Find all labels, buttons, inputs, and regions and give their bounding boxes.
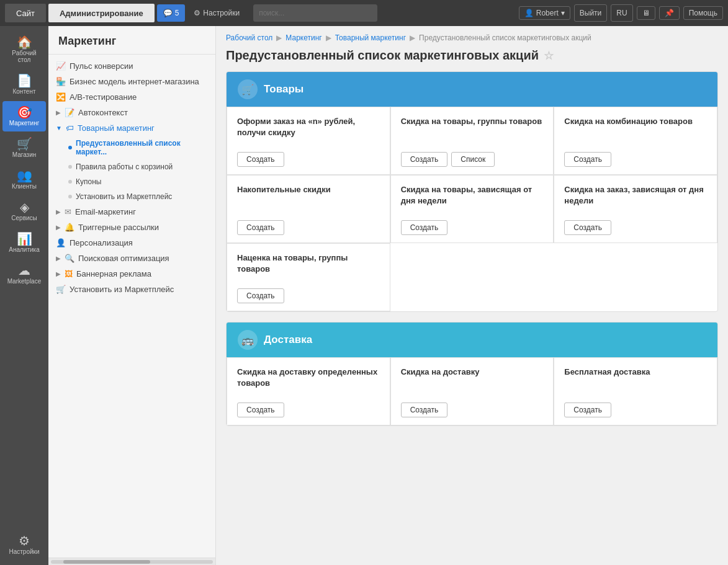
sub-bullet-install1 — [68, 195, 72, 198]
nav-label-pulse: Пульс конверсии — [70, 61, 133, 71]
pulse-icon: 📈 — [56, 61, 66, 71]
triggers-icon: 🔔 — [65, 223, 74, 232]
nav-sub-item-preset[interactable]: Предустановленный список маркет... — [66, 136, 215, 159]
nav-sub-item-install1[interactable]: Установить из Маркетплейс — [66, 189, 215, 204]
create-button-1-2[interactable]: Создать — [564, 403, 611, 417]
search-box — [253, 4, 377, 22]
sidebar-item-marketplace[interactable]: ☁ Marketplace — [2, 259, 46, 290]
nav-sub-label-install1: Установить из Маркетплейс — [76, 192, 172, 201]
logout-button[interactable]: Выйти — [574, 4, 608, 22]
sidebar-item-dashboard[interactable]: 🏠 Рабочий стол — [2, 31, 46, 68]
card-title-1-1: Скидка на доставку — [401, 367, 544, 378]
site-button[interactable]: Сайт — [5, 4, 46, 22]
card-free-delivery: Бесплатная доставка Создать — [554, 357, 717, 425]
scrollbar-thumb — [63, 560, 150, 564]
create-button-1-1[interactable]: Создать — [401, 403, 448, 417]
nav-item-seo[interactable]: ▶ 🔍 Поисковая оптимизация — [48, 251, 215, 266]
section-title-tovary: Товары — [264, 83, 303, 96]
nav-item-install2[interactable]: 🛒 Установить из Маркетплейс — [48, 282, 215, 297]
nav-sub-item-cart[interactable]: Правила работы с корзиной — [66, 159, 215, 174]
user-icon: 👤 — [524, 9, 534, 17]
display-icon[interactable]: 🖥 — [637, 6, 655, 20]
services-icon: ◈ — [20, 201, 29, 213]
card-title-0-0: Оформи заказ на «n» рублей, получи скидк… — [237, 116, 380, 138]
section-title-dostavka: Доставка — [264, 334, 312, 346]
breadcrumb-prodmarketing[interactable]: Товарный маркетинг — [335, 33, 406, 42]
settings-button[interactable]: ⚙ Настройки — [187, 4, 246, 22]
settings-icon: ⚙ — [19, 535, 30, 547]
notif-icon: 💬 — [163, 9, 173, 17]
favorite-star-icon[interactable]: ☆ — [544, 49, 554, 63]
seo-icon: 🔍 — [65, 254, 74, 263]
nav-item-banner[interactable]: ▶ 🖼 Баннерная реклама — [48, 266, 215, 282]
sidebar-item-analytics[interactable]: 📊 Аналитика — [2, 228, 46, 258]
card-product-discount: Скидка на товары, группы товаров Создать… — [390, 107, 554, 175]
user-menu[interactable]: 👤 Robert ▾ — [519, 6, 570, 20]
nav-submenu-prodmarketing: Предустановленный список маркет... Прави… — [48, 136, 215, 204]
settings-label: Настройки — [203, 9, 240, 17]
shop-icon: 🛒 — [17, 138, 32, 150]
sidebar-item-services[interactable]: ◈ Сервисы — [2, 196, 46, 226]
card-buttons-1-2: Создать — [564, 403, 707, 417]
nav-label-autocontext: Автоконтекст — [78, 108, 128, 117]
create-button-0-2[interactable]: Создать — [564, 152, 611, 167]
arrow-down-icon: ▼ — [56, 125, 62, 131]
content-icon: 📄 — [17, 74, 32, 87]
cards-grid-tovary: Оформи заказ на «n» рублей, получи скидк… — [227, 107, 717, 311]
nav-label-triggers: Триггерные рассылки — [78, 223, 159, 232]
sidebar-item-settings[interactable]: ⚙ Настройки — [2, 530, 46, 560]
nav-sub-item-coupons[interactable]: Купоны — [66, 174, 215, 189]
breadcrumb-marketing[interactable]: Маркетинг — [285, 33, 321, 42]
nav-item-bizmodel[interactable]: 🏪 Бизнес модель интернет-магазина — [48, 74, 215, 89]
tovary-header-icon: 🛒 — [238, 79, 258, 99]
email-icon: ✉ — [65, 207, 71, 216]
nav-scrollbar[interactable] — [48, 558, 215, 565]
nav-item-emailmarketing[interactable]: ▶ ✉ Email-маркетинг — [48, 204, 215, 220]
nav-item-prodmarketing[interactable]: ▼ 🏷 Товарный маркетинг — [48, 120, 215, 136]
notifications-button[interactable]: 💬 5 — [157, 4, 186, 22]
sub-bullet-cart — [68, 165, 72, 169]
install2-icon: 🛒 — [56, 285, 66, 294]
create-button-0-0[interactable]: Создать — [237, 152, 284, 167]
card-title-1-0: Скидка на доставку определенных товаров — [237, 367, 380, 389]
top-bar-right: 👤 Robert ▾ Выйти RU 🖥 📌 Помощь — [519, 4, 723, 22]
nav-title: Маркетинг — [48, 26, 215, 55]
card-markup: Наценка на товары, группы товаров Создат… — [227, 243, 390, 311]
create-button-0-6[interactable]: Создать — [237, 288, 284, 303]
create-button-0-1[interactable]: Создать — [401, 152, 448, 167]
nav-item-ab[interactable]: 🔀 А/В-тестирование — [48, 89, 215, 105]
sidebar-item-marketing[interactable]: 🎯 Маркетинг — [2, 101, 46, 131]
sidebar-label-analytics: Аналитика — [9, 246, 40, 253]
card-title-0-5: Скидка на заказ, зависящая от дня недели — [564, 184, 707, 207]
nav-label-banner: Баннерная реклама — [76, 269, 151, 278]
arrow-right-icon2: ▶ — [56, 208, 61, 215]
lang-selector[interactable]: RU — [611, 4, 632, 22]
admin-button[interactable]: Администрирование — [48, 4, 155, 22]
create-button-1-0[interactable]: Создать — [237, 403, 284, 417]
card-order-discount: Оформи заказ на «n» рублей, получи скидк… — [227, 107, 390, 175]
create-button-0-5[interactable]: Создать — [564, 220, 611, 235]
page-title: Предустановленный список маркетинговых а… — [226, 48, 718, 63]
breadcrumb-desktop[interactable]: Рабочий стол — [226, 33, 272, 42]
nav-item-pulse[interactable]: 📈 Пульс конверсии — [48, 58, 215, 74]
pin-icon[interactable]: 📌 — [659, 6, 680, 20]
nav-item-personalization[interactable]: 👤 Персонализация — [48, 235, 215, 251]
breadcrumb-sep-1: ▶ — [276, 33, 282, 42]
nav-item-triggers[interactable]: ▶ 🔔 Триггерные рассылки — [48, 220, 215, 235]
section-dostavka: 🚌 Доставка Скидка на доставку определенн… — [226, 322, 718, 426]
create-button-0-4[interactable]: Создать — [401, 220, 448, 235]
nav-item-autocontext[interactable]: ▶ 📝 Автоконтекст — [48, 105, 215, 120]
sidebar-label-dashboard: Рабочий стол — [5, 50, 43, 63]
sidebar-item-shop[interactable]: 🛒 Магазин — [2, 133, 46, 163]
user-name: Robert — [536, 9, 559, 17]
create-button-0-3[interactable]: Создать — [237, 220, 284, 235]
bizmodel-icon: 🏪 — [56, 77, 66, 86]
sub-bullet-coupons — [68, 180, 72, 184]
sidebar-item-clients[interactable]: 👥 Клиенты — [2, 164, 46, 195]
sidebar-item-content[interactable]: 📄 Контент — [2, 69, 46, 100]
help-button[interactable]: Помощь — [683, 6, 723, 20]
list-button-0-1[interactable]: Список — [451, 152, 495, 167]
search-input[interactable] — [253, 4, 377, 22]
section-header-tovary: 🛒 Товары — [227, 72, 717, 107]
marketing-icon: 🎯 — [17, 106, 32, 118]
